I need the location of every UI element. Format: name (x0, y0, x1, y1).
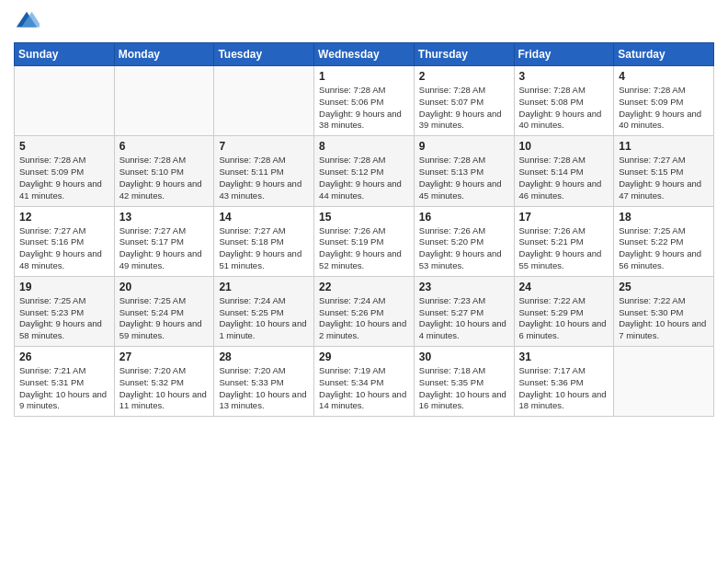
day-cell-18: 18Sunrise: 7:25 AM Sunset: 5:22 PM Dayli… (614, 206, 714, 276)
day-info: Sunrise: 7:28 AM Sunset: 5:07 PM Dayligh… (419, 85, 509, 132)
day-info: Sunrise: 7:28 AM Sunset: 5:14 PM Dayligh… (519, 155, 609, 201)
day-number: 4 (619, 70, 709, 83)
day-cell-26: 26Sunrise: 7:21 AM Sunset: 5:31 PM Dayli… (15, 347, 115, 417)
day-cell-9: 9Sunrise: 7:28 AM Sunset: 5:13 PM Daylig… (414, 136, 514, 206)
empty-cell (15, 66, 115, 136)
day-number: 24 (519, 281, 609, 293)
day-number: 18 (619, 211, 709, 224)
day-info: Sunrise: 7:27 AM Sunset: 5:17 PM Dayligh… (119, 225, 210, 272)
day-cell-7: 7Sunrise: 7:28 AM Sunset: 5:11 PM Daylig… (214, 136, 314, 206)
col-header-sunday: Sunday (15, 43, 115, 66)
col-header-wednesday: Wednesday (314, 43, 415, 66)
day-cell-25: 25Sunrise: 7:22 AM Sunset: 5:30 PM Dayli… (614, 276, 714, 346)
day-cell-23: 23Sunrise: 7:23 AM Sunset: 5:27 PM Dayli… (414, 276, 514, 346)
day-cell-4: 4Sunrise: 7:28 AM Sunset: 5:09 PM Daylig… (614, 66, 714, 136)
day-cell-5: 5Sunrise: 7:28 AM Sunset: 5:09 PM Daylig… (15, 136, 115, 206)
day-cell-3: 3Sunrise: 7:28 AM Sunset: 5:08 PM Daylig… (514, 66, 614, 136)
day-cell-11: 11Sunrise: 7:27 AM Sunset: 5:15 PM Dayli… (614, 136, 714, 206)
day-info: Sunrise: 7:19 AM Sunset: 5:34 PM Dayligh… (319, 365, 409, 412)
day-info: Sunrise: 7:25 AM Sunset: 5:22 PM Dayligh… (619, 225, 709, 272)
day-info: Sunrise: 7:28 AM Sunset: 5:10 PM Dayligh… (119, 155, 210, 201)
day-number: 19 (19, 281, 109, 293)
day-info: Sunrise: 7:24 AM Sunset: 5:26 PM Dayligh… (319, 295, 409, 342)
day-number: 15 (319, 211, 409, 224)
day-cell-29: 29Sunrise: 7:19 AM Sunset: 5:34 PM Dayli… (314, 347, 415, 417)
day-number: 27 (119, 350, 210, 363)
day-number: 25 (619, 281, 709, 293)
day-number: 26 (19, 350, 109, 363)
day-cell-14: 14Sunrise: 7:27 AM Sunset: 5:18 PM Dayli… (214, 206, 314, 276)
day-number: 1 (319, 70, 409, 83)
day-number: 7 (219, 140, 309, 153)
day-info: Sunrise: 7:28 AM Sunset: 5:09 PM Dayligh… (19, 155, 109, 201)
empty-cell (114, 66, 214, 136)
day-cell-30: 30Sunrise: 7:18 AM Sunset: 5:35 PM Dayli… (414, 347, 514, 417)
day-info: Sunrise: 7:28 AM Sunset: 5:13 PM Dayligh… (419, 155, 509, 201)
day-number: 6 (119, 140, 210, 153)
day-info: Sunrise: 7:22 AM Sunset: 5:29 PM Dayligh… (519, 295, 609, 342)
day-cell-20: 20Sunrise: 7:25 AM Sunset: 5:24 PM Dayli… (114, 276, 214, 346)
week-row-1: 1Sunrise: 7:28 AM Sunset: 5:06 PM Daylig… (15, 66, 714, 136)
day-cell-8: 8Sunrise: 7:28 AM Sunset: 5:12 PM Daylig… (314, 136, 415, 206)
day-info: Sunrise: 7:17 AM Sunset: 5:36 PM Dayligh… (519, 365, 609, 412)
day-info: Sunrise: 7:23 AM Sunset: 5:27 PM Dayligh… (419, 295, 509, 342)
day-cell-22: 22Sunrise: 7:24 AM Sunset: 5:26 PM Dayli… (314, 276, 415, 346)
day-cell-27: 27Sunrise: 7:20 AM Sunset: 5:32 PM Dayli… (114, 347, 214, 417)
day-number: 9 (419, 140, 509, 153)
day-cell-24: 24Sunrise: 7:22 AM Sunset: 5:29 PM Dayli… (514, 276, 614, 346)
day-number: 10 (519, 140, 609, 153)
day-number: 29 (319, 350, 409, 363)
day-info: Sunrise: 7:28 AM Sunset: 5:11 PM Dayligh… (219, 155, 309, 201)
day-info: Sunrise: 7:28 AM Sunset: 5:08 PM Dayligh… (519, 85, 609, 132)
day-number: 28 (219, 350, 309, 363)
page-header (14, 9, 714, 35)
day-number: 20 (119, 281, 210, 293)
day-info: Sunrise: 7:27 AM Sunset: 5:16 PM Dayligh… (19, 225, 109, 272)
day-info: Sunrise: 7:26 AM Sunset: 5:19 PM Dayligh… (319, 225, 409, 272)
day-cell-16: 16Sunrise: 7:26 AM Sunset: 5:20 PM Dayli… (414, 206, 514, 276)
empty-cell (614, 347, 714, 417)
day-info: Sunrise: 7:22 AM Sunset: 5:30 PM Dayligh… (619, 295, 709, 342)
day-info: Sunrise: 7:20 AM Sunset: 5:32 PM Dayligh… (119, 365, 210, 412)
day-info: Sunrise: 7:27 AM Sunset: 5:15 PM Dayligh… (619, 155, 709, 201)
day-cell-28: 28Sunrise: 7:20 AM Sunset: 5:33 PM Dayli… (214, 347, 314, 417)
day-info: Sunrise: 7:25 AM Sunset: 5:24 PM Dayligh… (119, 295, 210, 342)
week-row-2: 5Sunrise: 7:28 AM Sunset: 5:09 PM Daylig… (15, 136, 714, 206)
day-number: 8 (319, 140, 409, 153)
day-info: Sunrise: 7:27 AM Sunset: 5:18 PM Dayligh… (219, 225, 309, 272)
week-row-3: 12Sunrise: 7:27 AM Sunset: 5:16 PM Dayli… (15, 206, 714, 276)
day-number: 14 (219, 211, 309, 224)
day-info: Sunrise: 7:26 AM Sunset: 5:20 PM Dayligh… (419, 225, 509, 272)
day-info: Sunrise: 7:25 AM Sunset: 5:23 PM Dayligh… (19, 295, 109, 342)
day-number: 16 (419, 211, 509, 224)
day-number: 31 (519, 350, 609, 363)
day-info: Sunrise: 7:28 AM Sunset: 5:12 PM Dayligh… (319, 155, 409, 201)
day-number: 5 (19, 140, 109, 153)
day-cell-13: 13Sunrise: 7:27 AM Sunset: 5:17 PM Dayli… (114, 206, 214, 276)
day-cell-6: 6Sunrise: 7:28 AM Sunset: 5:10 PM Daylig… (114, 136, 214, 206)
day-cell-31: 31Sunrise: 7:17 AM Sunset: 5:36 PM Dayli… (514, 347, 614, 417)
week-row-5: 26Sunrise: 7:21 AM Sunset: 5:31 PM Dayli… (15, 347, 714, 417)
day-info: Sunrise: 7:21 AM Sunset: 5:31 PM Dayligh… (19, 365, 109, 412)
day-number: 3 (519, 70, 609, 83)
day-number: 17 (519, 211, 609, 224)
col-header-thursday: Thursday (414, 43, 514, 66)
col-header-friday: Friday (514, 43, 614, 66)
day-info: Sunrise: 7:24 AM Sunset: 5:25 PM Dayligh… (219, 295, 309, 342)
day-info: Sunrise: 7:28 AM Sunset: 5:09 PM Dayligh… (619, 85, 709, 132)
day-cell-15: 15Sunrise: 7:26 AM Sunset: 5:19 PM Dayli… (314, 206, 415, 276)
calendar-header-row: SundayMondayTuesdayWednesdayThursdayFrid… (15, 43, 714, 66)
day-number: 12 (19, 211, 109, 224)
empty-cell (214, 66, 314, 136)
day-info: Sunrise: 7:26 AM Sunset: 5:21 PM Dayligh… (519, 225, 609, 272)
col-header-saturday: Saturday (614, 43, 714, 66)
week-row-4: 19Sunrise: 7:25 AM Sunset: 5:23 PM Dayli… (15, 276, 714, 346)
day-number: 21 (219, 281, 309, 293)
col-header-tuesday: Tuesday (214, 43, 314, 66)
day-number: 22 (319, 281, 409, 293)
logo (14, 9, 43, 35)
day-number: 11 (619, 140, 709, 153)
day-cell-10: 10Sunrise: 7:28 AM Sunset: 5:14 PM Dayli… (514, 136, 614, 206)
logo-icon (14, 9, 40, 35)
day-number: 2 (419, 70, 509, 83)
